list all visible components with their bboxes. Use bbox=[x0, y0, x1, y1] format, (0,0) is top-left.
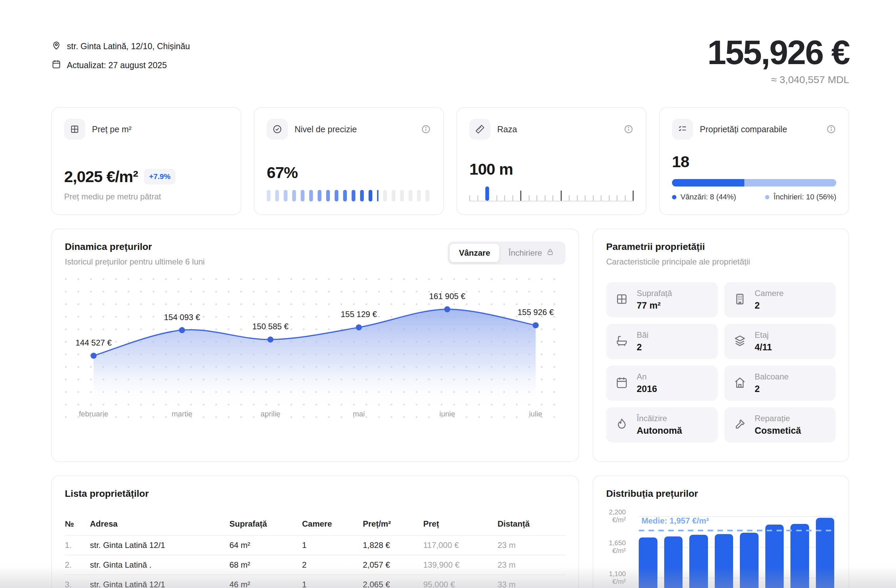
card-precision: Nivel de precizie 67% bbox=[254, 107, 444, 215]
ruler-tick bbox=[569, 195, 570, 201]
table-cell: 1. bbox=[65, 541, 90, 550]
grid-icon bbox=[615, 292, 629, 307]
card-label: Preț pe m² bbox=[92, 125, 132, 134]
param-tile-0: Suprafață77 m² bbox=[606, 282, 718, 318]
param-label: An bbox=[637, 372, 657, 381]
column-header: Suprafață bbox=[229, 519, 302, 529]
chart-data-point[interactable] bbox=[356, 324, 362, 330]
month-label: aprilie bbox=[260, 410, 280, 418]
ruler-tick bbox=[625, 195, 625, 201]
main-row-2: Lista proprietăților №AdresaSuprafațăCam… bbox=[51, 476, 849, 588]
distribution-bar[interactable] bbox=[740, 533, 759, 588]
card-label: Nivel de precizie bbox=[295, 125, 357, 134]
building-icon bbox=[733, 292, 747, 307]
toggle-rent-label: Închiriere bbox=[508, 248, 542, 258]
distribution-bar[interactable] bbox=[816, 518, 835, 588]
price-dynamics-chart: 144 527 €februarie154 093 €martie150 585… bbox=[65, 278, 565, 427]
ruler-tick bbox=[477, 195, 478, 201]
list-title: Lista proprietăților bbox=[65, 488, 565, 499]
flame-icon bbox=[615, 418, 629, 432]
column-header: № bbox=[65, 519, 90, 529]
distribution-bar[interactable] bbox=[765, 524, 784, 588]
table-cell: str. Ginta Latină . bbox=[90, 560, 229, 570]
param-value: 2016 bbox=[637, 384, 657, 394]
table-cell: str. Ginta Latină 12/1 bbox=[90, 541, 229, 550]
info-icon[interactable] bbox=[623, 124, 634, 134]
ruler-tick bbox=[585, 195, 585, 201]
param-value: 2 bbox=[637, 342, 649, 352]
address-text: str. Ginta Latină, 12/10, Chișinău bbox=[67, 41, 190, 51]
ruler-tick bbox=[536, 195, 537, 201]
ruler-tick bbox=[577, 195, 578, 201]
calendar-icon bbox=[615, 376, 629, 390]
y-axis-label: 2,200€/m² bbox=[606, 508, 626, 524]
param-tile-5: Balcoane2 bbox=[724, 366, 836, 401]
precision-segment bbox=[318, 190, 322, 201]
table-cell: 2 bbox=[302, 560, 363, 570]
column-header: Preț bbox=[423, 519, 498, 529]
param-tile-6: ÎncălzireAutonomă bbox=[606, 407, 718, 442]
point-value-label: 155 129 € bbox=[341, 310, 377, 319]
chart-data-point[interactable] bbox=[91, 352, 97, 359]
ruler-tick bbox=[504, 195, 505, 201]
distribution-title: Distribuția prețurilor bbox=[606, 488, 836, 499]
table-row[interactable]: 2.str. Ginta Latină .68 m²22,057 €139,90… bbox=[65, 555, 565, 574]
precision-segment-bar bbox=[267, 190, 431, 201]
layers-icon bbox=[733, 334, 747, 349]
card-subtitle: Preț mediu pe metru pătrat bbox=[64, 192, 229, 201]
card-price-per-m2: Preț pe m² 2,025 €/m² +7.9% Preț mediu p… bbox=[51, 107, 241, 215]
param-label: Camere bbox=[755, 289, 784, 298]
table-row[interactable]: 1.str. Ginta Latină 12/164 m²11,828 €117… bbox=[65, 535, 565, 555]
param-value: 77 m² bbox=[637, 301, 672, 311]
ruler-tick bbox=[469, 195, 470, 201]
distribution-bar[interactable] bbox=[689, 535, 708, 588]
price-distribution-chart: 2,200€/m²1,650€/m²1,100€/m²Medie: 1,957 … bbox=[606, 507, 836, 588]
sales-dot bbox=[672, 195, 677, 199]
estimated-price-eur: 155,926 € bbox=[707, 35, 849, 69]
precision-segment bbox=[377, 190, 378, 201]
precision-segment bbox=[360, 190, 364, 201]
page-header: str. Ginta Latină, 12/10, Chișinău Actua… bbox=[51, 35, 849, 85]
ruler-tick bbox=[553, 195, 553, 201]
precision-segment bbox=[335, 190, 338, 201]
ruler-tick bbox=[632, 191, 634, 201]
table-cell: 2,057 € bbox=[363, 560, 423, 570]
ruler-tick bbox=[609, 195, 610, 201]
chart-data-point[interactable] bbox=[532, 322, 539, 328]
info-icon[interactable] bbox=[826, 124, 836, 134]
param-label: Suprafață bbox=[637, 289, 672, 298]
point-value-label: 144 527 € bbox=[76, 338, 112, 347]
distribution-bar[interactable] bbox=[639, 538, 657, 588]
chart-data-point[interactable] bbox=[179, 327, 185, 333]
table-cell: 46 m² bbox=[229, 580, 302, 588]
distribution-bar[interactable] bbox=[664, 536, 683, 588]
sale-rent-toggle: Vânzare Închiriere bbox=[448, 242, 565, 264]
estimated-price-mdl: ≈ 3,040,557 MDL bbox=[707, 74, 849, 85]
table-cell: 139,900 € bbox=[423, 560, 498, 570]
table-row[interactable]: 3.str. Ginta Latină 12/146 m²12,065 €95,… bbox=[65, 574, 565, 588]
param-value: Cosmetică bbox=[755, 425, 801, 436]
distribution-bar[interactable] bbox=[715, 534, 733, 588]
param-tile-7: ReparațieCosmetică bbox=[724, 407, 836, 442]
precision-segment bbox=[292, 190, 296, 201]
chart-subtitle: Istoricul prețurilor pentru ultimele 6 l… bbox=[65, 257, 205, 266]
toggle-rent-button[interactable]: Închiriere bbox=[499, 243, 564, 263]
sales-segment bbox=[672, 179, 744, 187]
distribution-bar[interactable] bbox=[791, 524, 809, 588]
radius-value: 100 m bbox=[469, 160, 513, 178]
ruler-tick bbox=[617, 195, 617, 201]
ruler-tick bbox=[497, 195, 497, 201]
chart-data-point[interactable] bbox=[444, 306, 450, 312]
table-cell: 117,000 € bbox=[423, 541, 498, 550]
toggle-sale-button[interactable]: Vânzare bbox=[450, 244, 499, 262]
param-value: Autonomă bbox=[637, 425, 682, 436]
precision-segment bbox=[425, 190, 429, 201]
table-cell: 3. bbox=[65, 580, 90, 588]
ruler-tick bbox=[545, 195, 546, 201]
ruler-icon bbox=[469, 119, 491, 140]
info-icon[interactable] bbox=[421, 124, 431, 134]
chart-data-point[interactable] bbox=[267, 336, 274, 342]
month-label: martie bbox=[172, 410, 192, 418]
price-change-badge: +7.9% bbox=[144, 169, 175, 184]
property-table: №AdresaSuprafațăCamerePreț/m²PrețDistanț… bbox=[65, 513, 565, 588]
